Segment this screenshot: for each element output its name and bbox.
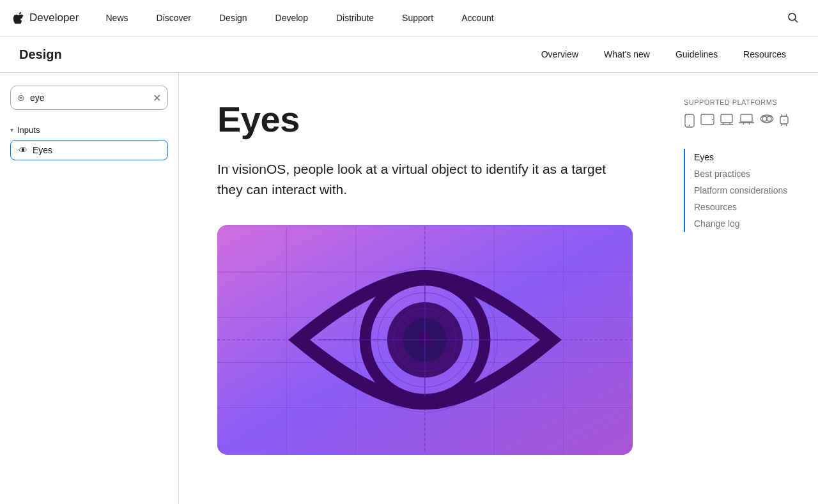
toc-item-platform-considerations[interactable]: Platform considerations	[694, 182, 805, 199]
svg-point-30	[767, 116, 771, 121]
main-layout: ⊜ ✕ ▾ Inputs 👁 Eyes Eyes In visionOS, pe…	[0, 73, 818, 504]
tab-resources[interactable]: Resources	[730, 36, 799, 73]
toc-item-change-log[interactable]: Change log	[694, 215, 805, 232]
nav-distribute[interactable]: Distribute	[322, 0, 388, 36]
macbook-icon	[739, 114, 754, 131]
svg-point-32	[783, 119, 785, 121]
chevron-down-icon: ▾	[10, 126, 13, 134]
top-nav: Developer News Discover Design Develop D…	[0, 0, 818, 36]
nav-account[interactable]: Account	[447, 0, 508, 36]
svg-point-24	[689, 125, 690, 126]
svg-point-29	[762, 116, 767, 121]
filter-icon: ⊜	[17, 93, 25, 103]
section-title: Design	[19, 47, 62, 62]
table-of-contents: Eyes Best practices Platform considerati…	[684, 149, 805, 232]
svg-point-26	[712, 119, 713, 120]
search-button[interactable]	[781, 12, 805, 24]
toc-item-eyes[interactable]: Eyes	[694, 149, 805, 165]
visionos-icon	[759, 114, 775, 131]
svg-line-1	[795, 20, 798, 23]
svg-point-0	[789, 13, 796, 20]
logo-link[interactable]: Developer	[13, 11, 79, 24]
search-input[interactable]	[30, 93, 148, 103]
platform-icons	[684, 114, 805, 131]
nav-discover[interactable]: Discover	[143, 0, 205, 36]
svg-rect-28	[741, 114, 752, 122]
iphone-icon	[684, 114, 695, 131]
sidebar-item-label: Eyes	[33, 145, 52, 155]
page-description: In visionOS, people look at a virtual ob…	[217, 159, 633, 199]
inputs-section-toggle[interactable]: ▾ Inputs	[10, 123, 168, 140]
toc-item-best-practices[interactable]: Best practices	[694, 165, 805, 182]
tab-overview[interactable]: Overview	[529, 36, 591, 73]
platforms-label: Supported platforms	[684, 98, 805, 106]
nav-develop[interactable]: Develop	[261, 0, 322, 36]
inputs-section-label: Inputs	[17, 125, 40, 135]
hero-illustration	[217, 225, 633, 455]
sidebar-item-eyes[interactable]: 👁 Eyes	[10, 140, 168, 160]
ipad-icon	[700, 114, 714, 131]
logo-text: Developer	[29, 11, 79, 24]
main-content: Eyes In visionOS, people look at a virtu…	[179, 73, 665, 504]
mac-icon	[720, 114, 734, 131]
nav-links: News Discover Design Develop Distribute …	[92, 0, 782, 36]
eye-icon: 👁	[19, 145, 27, 155]
clear-search-button[interactable]: ✕	[153, 92, 161, 104]
search-icon	[787, 12, 799, 24]
apple-icon	[13, 12, 24, 24]
svg-rect-27	[721, 114, 732, 123]
search-box[interactable]: ⊜ ✕	[10, 86, 168, 110]
toc-item-resources[interactable]: Resources	[694, 199, 805, 215]
right-sidebar: Supported platforms	[665, 73, 818, 504]
applewatch-icon	[780, 114, 789, 131]
tab-whats-new[interactable]: What's new	[591, 36, 663, 73]
nav-design[interactable]: Design	[205, 0, 261, 36]
nav-support[interactable]: Support	[388, 0, 447, 36]
sidebar: ⊜ ✕ ▾ Inputs 👁 Eyes	[0, 73, 179, 504]
page-title: Eyes	[217, 98, 633, 140]
secondary-nav: Design Overview What's new Guidelines Re…	[0, 36, 818, 73]
secondary-nav-links: Overview What's new Guidelines Resources	[529, 36, 799, 73]
nav-news[interactable]: News	[92, 0, 143, 36]
tab-guidelines[interactable]: Guidelines	[663, 36, 730, 73]
hero-image	[217, 225, 633, 455]
